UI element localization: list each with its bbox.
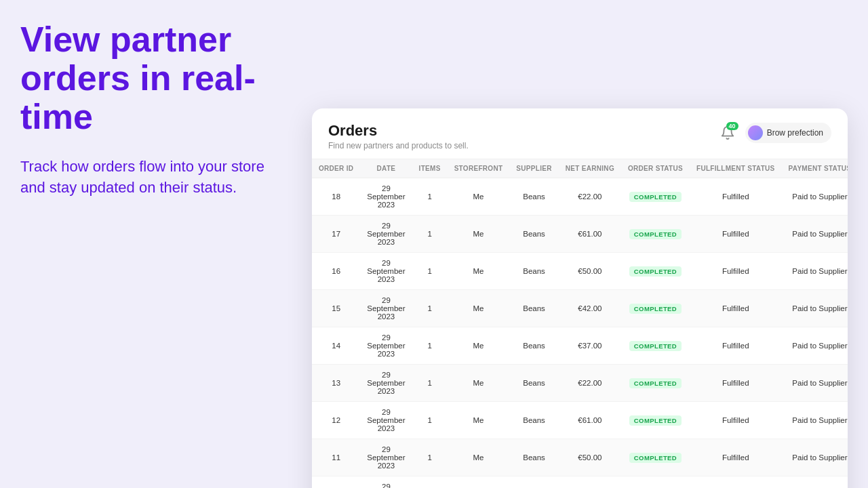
cell-storefront: Me <box>448 365 510 402</box>
cell-order-id: 18 <box>312 178 360 216</box>
cell-payment-status: Paid to Supplier <box>782 365 848 402</box>
cell-payment-status: Paid to Supplier <box>782 327 848 365</box>
cell-fulfillment-status: Fulfilled <box>690 290 782 327</box>
cell-payment-status: Paid to Supplier <box>782 290 848 327</box>
hero-title: View partner orders in real-time <box>20 20 292 137</box>
cell-supplier: Beans <box>509 216 558 253</box>
cell-storefront: Me <box>448 216 510 253</box>
orders-subtitle: Find new partners and products to sell. <box>328 141 469 150</box>
cell-items: 1 <box>412 216 448 253</box>
cell-net-earning: €22.00 <box>559 365 621 402</box>
cell-order-status: COMPLETED <box>621 402 690 439</box>
cell-date: 29 September 2023 <box>360 178 412 216</box>
order-status-badge: COMPLETED <box>629 341 682 351</box>
cell-payment-status: Paid to Supplier <box>782 216 848 253</box>
user-avatar <box>748 125 763 140</box>
cell-supplier: Beans <box>509 253 558 290</box>
hero-subtitle: Track how orders flow into your store an… <box>20 156 292 199</box>
cell-net-earning: €22.00 <box>559 178 621 216</box>
cell-payment-status: Paid to Supplier <box>782 476 848 489</box>
cell-supplier: Beans <box>509 476 558 489</box>
table-row: 12 29 September 2023 1 Me Beans €61.00 C… <box>312 402 848 439</box>
cell-items: 1 <box>412 402 448 439</box>
orders-table: ORDER ID DATE ITEMS STOREFRONT SUPPLIER … <box>312 159 848 488</box>
user-name: Brow prefection <box>767 128 823 138</box>
col-supplier: SUPPLIER <box>509 159 558 178</box>
cell-order-status: COMPLETED <box>621 290 690 327</box>
cell-items: 1 <box>412 365 448 402</box>
cell-date: 29 September 2023 <box>360 290 412 327</box>
notification-badge: 40 <box>726 122 738 130</box>
order-status-badge: COMPLETED <box>629 304 682 314</box>
cell-items: 1 <box>412 253 448 290</box>
cell-storefront: Me <box>448 253 510 290</box>
cell-order-id: 12 <box>312 402 360 439</box>
cell-supplier: Beans <box>509 290 558 327</box>
col-order-status: ORDER STATUS <box>621 159 690 178</box>
table-row: 14 29 September 2023 1 Me Beans €37.00 C… <box>312 327 848 365</box>
cell-items: 1 <box>412 439 448 476</box>
cell-storefront: Me <box>448 402 510 439</box>
cell-supplier: Beans <box>509 365 558 402</box>
cell-order-status: COMPLETED <box>621 476 690 489</box>
orders-table-wrap: ORDER ID DATE ITEMS STOREFRONT SUPPLIER … <box>312 159 848 488</box>
cell-date: 29 September 2023 <box>360 476 412 489</box>
cell-order-id: 17 <box>312 216 360 253</box>
cell-date: 29 September 2023 <box>360 216 412 253</box>
cell-storefront: Me <box>448 476 510 489</box>
cell-items: 1 <box>412 327 448 365</box>
cell-fulfillment-status: Fulfilled <box>690 216 782 253</box>
user-pill[interactable]: Brow prefection <box>745 123 831 143</box>
orders-header: Orders Find new partners and products to… <box>312 108 848 159</box>
cell-supplier: Beans <box>509 327 558 365</box>
cell-storefront: Me <box>448 178 510 216</box>
cell-order-id: 16 <box>312 253 360 290</box>
col-net-earning: NET EARNING <box>559 159 621 178</box>
col-storefront: STOREFRONT <box>448 159 510 178</box>
col-items: ITEMS <box>412 159 448 178</box>
cell-supplier: Beans <box>509 178 558 216</box>
cell-supplier: Beans <box>509 439 558 476</box>
cell-order-status: COMPLETED <box>621 253 690 290</box>
order-status-badge: COMPLETED <box>629 378 682 388</box>
notification-icon[interactable]: 40 <box>717 122 738 144</box>
cell-date: 29 September 2023 <box>360 439 412 476</box>
cell-fulfillment-status: Fulfilled <box>690 253 782 290</box>
cell-net-earning: €37.00 <box>559 327 621 365</box>
orders-title: Orders <box>328 122 469 140</box>
table-row: 13 29 September 2023 1 Me Beans €22.00 C… <box>312 365 848 402</box>
cell-items: 1 <box>412 290 448 327</box>
table-header: ORDER ID DATE ITEMS STOREFRONT SUPPLIER … <box>312 159 848 178</box>
cell-payment-status: Paid to Supplier <box>782 178 848 216</box>
cell-order-status: COMPLETED <box>621 327 690 365</box>
cell-fulfillment-status: Fulfilled <box>690 327 782 365</box>
cell-fulfillment-status: Fulfilled <box>690 402 782 439</box>
table-row: 18 29 September 2023 1 Me Beans €22.00 C… <box>312 178 848 216</box>
table-row: 16 29 September 2023 1 Me Beans €50.00 C… <box>312 253 848 290</box>
order-status-badge: COMPLETED <box>629 192 682 202</box>
table-row: 15 29 September 2023 1 Me Beans €42.00 C… <box>312 290 848 327</box>
cell-supplier: Beans <box>509 402 558 439</box>
cell-storefront: Me <box>448 439 510 476</box>
table-row: 11 29 September 2023 1 Me Beans €50.00 C… <box>312 439 848 476</box>
cell-net-earning: €50.00 <box>559 439 621 476</box>
cell-net-earning: €42.00 <box>559 476 621 489</box>
cell-order-id: 13 <box>312 365 360 402</box>
cell-order-status: COMPLETED <box>621 216 690 253</box>
cell-date: 29 September 2023 <box>360 327 412 365</box>
table-row: 17 29 September 2023 1 Me Beans €61.00 C… <box>312 216 848 253</box>
cell-order-id: 10 <box>312 476 360 489</box>
cell-order-status: COMPLETED <box>621 365 690 402</box>
cell-net-earning: €50.00 <box>559 253 621 290</box>
left-panel: View partner orders in real-time Track h… <box>20 20 292 199</box>
order-status-badge: COMPLETED <box>629 229 682 239</box>
cell-fulfillment-status: Fulfilled <box>690 476 782 489</box>
table-body: 18 29 September 2023 1 Me Beans €22.00 C… <box>312 178 848 489</box>
orders-title-block: Orders Find new partners and products to… <box>328 122 469 150</box>
cell-payment-status: Paid to Supplier <box>782 253 848 290</box>
order-status-badge: COMPLETED <box>629 453 682 463</box>
cell-net-earning: €61.00 <box>559 402 621 439</box>
cell-order-id: 14 <box>312 327 360 365</box>
cell-order-status: COMPLETED <box>621 178 690 216</box>
cell-order-id: 15 <box>312 290 360 327</box>
